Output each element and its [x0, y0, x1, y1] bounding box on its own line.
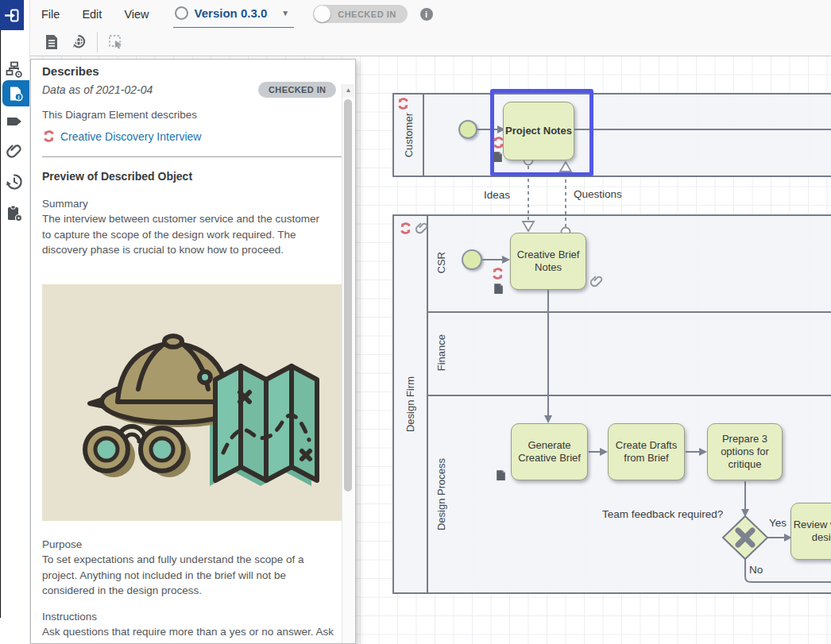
diagram-settings-icon[interactable] [6, 61, 23, 79]
flow-label-questions: Questions [574, 188, 622, 200]
globe-comment-button[interactable] [65, 31, 92, 53]
scrollbar-thumb[interactable] [344, 99, 352, 492]
pool-customer-label: Customer [403, 113, 415, 157]
describes-icon [492, 136, 505, 149]
globe-icon [71, 34, 87, 50]
selection-box [490, 89, 593, 176]
start-event-csr[interactable] [462, 249, 482, 270]
lane-csr: CSR [427, 214, 455, 311]
flow-label-ideas: Ideas [484, 189, 510, 201]
preview-heading: Preview of Described Object [42, 170, 192, 183]
status-badge: CHECKED IN [258, 82, 336, 98]
menu-edit[interactable]: Edit [71, 8, 113, 21]
menu-view[interactable]: View [113, 8, 160, 21]
start-event-customer[interactable] [458, 120, 477, 139]
describes-icon [491, 267, 504, 280]
lane-design-process: Design Process [427, 395, 455, 594]
task-creative-brief-notes[interactable]: Creative Brief Notes [510, 233, 586, 290]
pool-design-firm[interactable]: Design Firm [392, 214, 831, 594]
lane-divider-finance-design [427, 395, 831, 396]
export-arrow-icon [4, 7, 21, 24]
lane-finance: Finance [427, 311, 455, 395]
chevron-down-icon: ▼ [281, 9, 289, 17]
version-selector[interactable]: Version 0.3.0 ▼ [173, 0, 295, 29]
left-icon-rail: i [0, 0, 30, 644]
info-icon[interactable]: i [420, 8, 433, 21]
flow-label-yes: Yes [769, 517, 787, 529]
sidebar-item-describes-active[interactable]: i [2, 80, 29, 106]
panel-scrollbar[interactable]: ▲ [342, 84, 354, 643]
pool-design-firm-header: Design Firm [394, 216, 428, 592]
explorer-illustration [42, 284, 344, 521]
toolbar-separator [97, 32, 98, 52]
pool-customer[interactable]: Customer [392, 93, 831, 177]
marquee-select-button[interactable] [102, 31, 129, 53]
describes-panel: Describes Data as of 2021-02-04 CHECKED … [30, 59, 356, 644]
describes-icon [399, 222, 412, 235]
data-as-of-label: Data as of 2021-02-04 [42, 83, 153, 96]
tag-icon[interactable] [6, 113, 23, 130]
scrollbar-up-arrow[interactable]: ▲ [342, 84, 354, 97]
document-tool-button[interactable] [38, 31, 65, 53]
purpose-text: To set expectations and fully understand… [42, 552, 338, 599]
describes-icon [42, 129, 56, 143]
app-logo[interactable] [0, 0, 24, 30]
document-icon [44, 34, 59, 50]
svg-text:i: i [18, 94, 20, 99]
toggle-knob [314, 6, 330, 22]
clipboard-settings-icon[interactable] [6, 205, 23, 222]
preview-image [42, 284, 344, 521]
app-window: Customer Design Firm CSR Finance Design … [0, 0, 831, 644]
checked-in-toggle[interactable]: CHECKED IN [313, 5, 407, 23]
marquee-select-icon [108, 34, 124, 50]
menubar: File Edit View Version 0.3.0 ▼ CHECKED I… [24, 0, 831, 29]
divider [42, 156, 346, 157]
paperclip-icon [590, 275, 604, 288]
document-badge-icon [492, 282, 505, 295]
toolbar [24, 28, 831, 56]
document-badge-icon [491, 150, 504, 164]
summary-label: Summary [42, 196, 88, 212]
panel-title: Describes [42, 64, 99, 78]
document-info-icon: i [8, 86, 24, 102]
menu-file[interactable]: File [30, 8, 71, 21]
history-icon[interactable] [6, 173, 23, 191]
checked-in-toggle-label: CHECKED IN [338, 10, 396, 19]
document-badge-icon [494, 469, 508, 482]
paperclip-icon [416, 222, 429, 235]
summary-text: The interview between customer service a… [42, 211, 330, 258]
flow-label-no: No [749, 564, 763, 576]
described-object-link[interactable]: Creative Discovery Interview [60, 130, 201, 143]
task-generate-creative-brief[interactable]: Generate Creative Brief [511, 423, 588, 480]
task-create-drafts[interactable]: Create Drafts from Brief [608, 423, 685, 480]
describes-icon [396, 97, 410, 110]
instructions-text: Ask questions that require more than a y… [42, 624, 338, 644]
task-review-designers[interactable]: Review with other designers [790, 503, 831, 560]
lane-divider-csr-finance [427, 311, 831, 313]
version-label: Version 0.3.0 [195, 6, 268, 20]
pool-design-firm-label: Design Firm [404, 376, 416, 432]
paperclip-icon[interactable] [6, 143, 23, 160]
purpose-label: Purpose [42, 537, 82, 553]
gateway-question-label: Team feedback required? [602, 508, 723, 520]
describes-intro: This Diagram Element describes [42, 107, 197, 123]
instructions-label: Instructions [42, 609, 97, 625]
task-prepare-options[interactable]: Prepare 3 options for critique [707, 423, 783, 480]
version-circle-icon [175, 6, 188, 20]
